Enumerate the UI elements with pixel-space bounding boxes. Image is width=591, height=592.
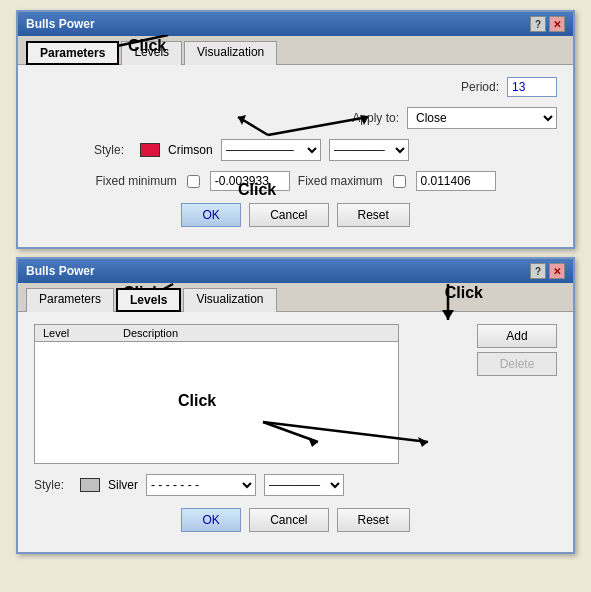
tab-visualization-lower[interactable]: Visualization (183, 288, 276, 312)
click-label-upper2: Click (238, 181, 276, 199)
fixed-min-checkbox[interactable] (187, 175, 200, 188)
button-row-upper: OK Cancel Reset (34, 203, 557, 235)
reset-button-upper[interactable]: Reset (337, 203, 410, 227)
tab-parameters-lower[interactable]: Parameters (26, 288, 114, 312)
ok-button-upper[interactable]: OK (181, 203, 241, 227)
reset-button-lower[interactable]: Reset (337, 508, 410, 532)
delete-button[interactable]: Delete (477, 352, 557, 376)
fixed-max-input[interactable] (416, 171, 496, 191)
style-row-upper: Style: Crimson ──────── - - - - - · · · … (94, 139, 557, 161)
fixed-max-label: Fixed maximum (298, 174, 383, 188)
help-button-lower[interactable]: ? (530, 263, 546, 279)
click-label-upper: Click (128, 37, 166, 55)
color-swatch-lower[interactable] (80, 478, 100, 492)
lower-tabs: Parameters Levels Visualization (18, 283, 573, 312)
fixed-minmax-row: Fixed minimum Fixed maximum (34, 171, 557, 191)
upper-tabs: Parameters Levels Visualization (18, 36, 573, 65)
tab-visualization-upper[interactable]: Visualization (184, 41, 277, 65)
color-name-upper: Crimson (168, 143, 213, 157)
close-button-upper[interactable]: ✕ (549, 16, 565, 32)
levels-body (35, 342, 398, 452)
period-row: Period: (34, 77, 557, 97)
lower-title-bar: Bulls Power ? ✕ (18, 259, 573, 283)
levels-table-container: Level Description (34, 324, 469, 464)
apply-to-row: Apply to: Close Open High Low (34, 107, 557, 129)
fixed-min-label: Fixed minimum (95, 174, 176, 188)
svg-marker-9 (442, 310, 454, 320)
click-label-lower3: Click (178, 392, 216, 410)
close-button-lower[interactable]: ✕ (549, 263, 565, 279)
line-width-select-upper[interactable]: ────── ━━━━━━ (329, 139, 409, 161)
upper-dialog-title: Bulls Power (26, 17, 95, 31)
line-style-select-lower[interactable]: - - - - - - - ──────── · · · · · (146, 474, 256, 496)
upper-title-bar: Bulls Power ? ✕ (18, 12, 573, 36)
level-col-header: Level (43, 327, 123, 339)
cancel-button-upper[interactable]: Cancel (249, 203, 328, 227)
apply-to-select-wrapper: Close Open High Low (407, 107, 557, 129)
tab-levels-lower[interactable]: Levels (116, 288, 181, 312)
color-swatch-upper[interactable] (140, 143, 160, 157)
add-button[interactable]: Add (477, 324, 557, 348)
line-style-select-upper[interactable]: ──────── - - - - - · · · · · (221, 139, 321, 161)
style-label-lower: Style: (34, 478, 64, 492)
levels-content: Level Description Add Delete (34, 324, 557, 464)
lower-dialog-title: Bulls Power (26, 264, 95, 278)
line-width-select-lower[interactable]: ────── ━━━━━━ (264, 474, 344, 496)
button-row-lower: OK Cancel Reset (34, 508, 557, 540)
period-label: Period: (461, 80, 499, 94)
apply-to-label: Apply to: (352, 111, 399, 125)
apply-to-select[interactable]: Close Open High Low (407, 107, 557, 129)
levels-actions: Add Delete (477, 324, 557, 376)
fixed-max-checkbox[interactable] (393, 175, 406, 188)
ok-button-lower[interactable]: OK (181, 508, 241, 532)
style-label-upper: Style: (94, 143, 124, 157)
levels-header: Level Description (35, 325, 398, 342)
color-name-lower: Silver (108, 478, 138, 492)
tab-parameters-upper[interactable]: Parameters (26, 41, 119, 65)
style-row-lower: Style: Silver - - - - - - - ──────── · ·… (34, 474, 557, 496)
cancel-button-lower[interactable]: Cancel (249, 508, 328, 532)
click-label-lower2: Click (445, 284, 483, 302)
levels-table: Level Description (34, 324, 399, 464)
help-button-upper[interactable]: ? (530, 16, 546, 32)
desc-col-header: Description (123, 327, 390, 339)
period-input[interactable] (507, 77, 557, 97)
